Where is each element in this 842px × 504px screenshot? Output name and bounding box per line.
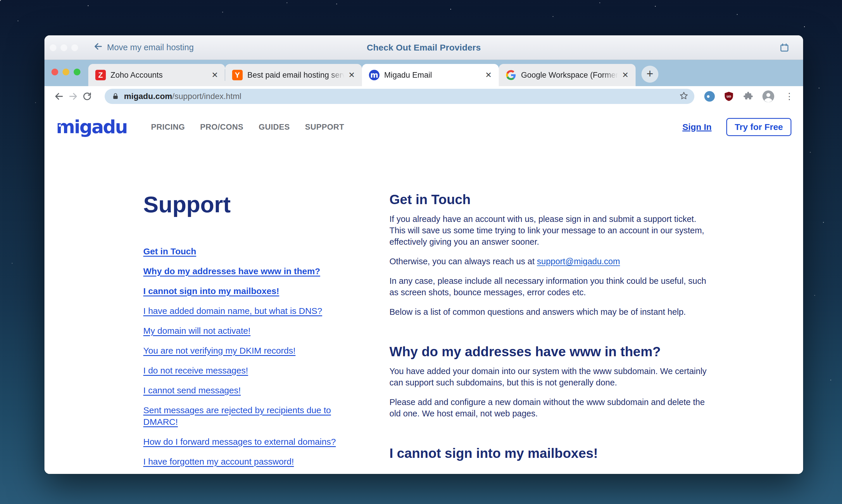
sign-in-link[interactable]: Sign In bbox=[682, 122, 711, 132]
support-email-link[interactable]: support@migadu.com bbox=[537, 257, 620, 266]
tab-title: Best paid email hosting service bbox=[247, 71, 346, 80]
svg-text:uo: uo bbox=[726, 94, 731, 98]
toc-list: Get in Touch Why do my addresses have ww… bbox=[143, 246, 351, 468]
tab-close-icon[interactable]: ✕ bbox=[346, 70, 357, 80]
url-text: migadu.com/support/index.html bbox=[124, 92, 241, 101]
site-nav: PRICING PRO/CONS GUIDES SUPPORT bbox=[151, 123, 344, 132]
toc-link-get-in-touch[interactable]: Get in Touch bbox=[143, 247, 196, 256]
url-host: migadu.com bbox=[124, 92, 172, 101]
ycombinator-favicon: Y bbox=[232, 70, 243, 80]
browser-toolbar: migadu.com/support/index.html uo ⋮ bbox=[45, 86, 803, 107]
zoho-favicon: Z bbox=[95, 70, 106, 80]
extensions-puzzle-icon[interactable] bbox=[743, 91, 753, 102]
browser-menu-icon[interactable]: ⋮ bbox=[783, 92, 795, 101]
zoom-window-button[interactable] bbox=[74, 69, 81, 75]
tab-title: Migadu Email bbox=[384, 71, 483, 80]
extension-icon[interactable] bbox=[704, 91, 715, 102]
tab-close-icon[interactable]: ✕ bbox=[210, 70, 220, 80]
back-arrow-icon bbox=[93, 42, 103, 53]
address-bar[interactable]: migadu.com/support/index.html bbox=[105, 89, 694, 104]
logo-eye-dot bbox=[59, 124, 61, 127]
faq-column: Get in Touch If you already have an acco… bbox=[390, 191, 714, 474]
nav-support[interactable]: SUPPORT bbox=[305, 123, 344, 132]
tab-close-icon[interactable]: ✕ bbox=[483, 70, 494, 80]
task-overlay-bar: Move my email hosting Check Out Email Pr… bbox=[45, 35, 803, 60]
task-title: Check Out Email Providers bbox=[367, 43, 481, 53]
ublock-shield-icon[interactable]: uo bbox=[723, 91, 734, 102]
section-cannot-sign-in: I cannot sign into my mailboxes! bbox=[390, 445, 714, 461]
support-page: Support Get in Touch Why do my addresses… bbox=[45, 191, 803, 474]
toc-link-forward-external[interactable]: How do I forward messages to external do… bbox=[143, 437, 336, 447]
minimize-window-button[interactable] bbox=[63, 69, 69, 75]
browser-window: Move my email hosting Check Out Email Pr… bbox=[45, 35, 803, 474]
section-get-in-touch: Get in Touch If you already have an acco… bbox=[390, 191, 714, 318]
bookmark-star-icon[interactable] bbox=[679, 91, 688, 102]
toc-link-what-is-dns[interactable]: I have added domain name, but what is DN… bbox=[143, 306, 322, 316]
url-path: /support/index.html bbox=[172, 92, 241, 101]
task-back-label: Move my email hosting bbox=[107, 43, 194, 52]
tab-google-workspace[interactable]: Google Workspace (Formerly G ✕ bbox=[499, 64, 636, 86]
toc-link-cannot-send[interactable]: I cannot send messages! bbox=[143, 385, 241, 395]
toc-link-www-addresses[interactable]: Why do my addresses have www in them? bbox=[143, 266, 320, 276]
section-heading: Why do my addresses have www in them? bbox=[390, 343, 714, 360]
paragraph: Below is a list of common questions and … bbox=[390, 306, 714, 318]
extension-area: uo ⋮ bbox=[704, 90, 795, 103]
paragraph: You have added your domain into our syst… bbox=[390, 365, 714, 389]
tab-migadu-email[interactable]: m Migadu Email ✕ bbox=[362, 64, 499, 86]
profile-avatar-icon[interactable] bbox=[762, 90, 775, 103]
nav-guides[interactable]: GUIDES bbox=[259, 123, 290, 132]
tab-title: Zoho Accounts bbox=[110, 71, 210, 80]
toc-link-dmarc-rejected[interactable]: Sent messages are rejected by recipients… bbox=[143, 405, 331, 427]
calendar-icon[interactable] bbox=[779, 42, 790, 54]
site-header: migadu PRICING PRO/CONS GUIDES SUPPORT S… bbox=[45, 107, 803, 147]
tab-strip: Z Zoho Accounts ✕ Y Best paid email host… bbox=[45, 60, 803, 86]
reload-icon[interactable] bbox=[80, 89, 94, 103]
ghost-window-dots bbox=[50, 44, 78, 51]
tab-title: Google Workspace (Formerly G bbox=[521, 71, 620, 80]
toc-link-cannot-sign-in[interactable]: I cannot sign into my mailboxes! bbox=[143, 286, 279, 296]
forward-icon[interactable] bbox=[66, 89, 80, 103]
nav-pricing[interactable]: PRICING bbox=[151, 123, 185, 132]
toc-link-forgot-password[interactable]: I have forgotten my account password! bbox=[143, 457, 294, 466]
paragraph: In any case, please include all necessar… bbox=[390, 275, 714, 298]
toc-link-domain-not-activate[interactable]: My domain will not activate! bbox=[143, 326, 251, 336]
google-favicon bbox=[506, 70, 516, 80]
header-actions: Sign In Try for Free bbox=[682, 118, 791, 136]
tab-best-paid-email[interactable]: Y Best paid email hosting service ✕ bbox=[225, 64, 362, 86]
tab-zoho-accounts[interactable]: Z Zoho Accounts ✕ bbox=[88, 64, 225, 86]
nav-procons[interactable]: PRO/CONS bbox=[200, 123, 243, 132]
try-for-free-button[interactable]: Try for Free bbox=[726, 118, 791, 136]
task-back-button[interactable]: Move my email hosting bbox=[93, 42, 194, 53]
paragraph: Otherwise, you can always reach us at su… bbox=[390, 256, 714, 267]
back-icon[interactable] bbox=[52, 89, 66, 103]
paragraph: If you already have an account with us, … bbox=[390, 214, 714, 248]
section-www-addresses: Why do my addresses have www in them? Yo… bbox=[390, 343, 714, 419]
close-window-button[interactable] bbox=[51, 69, 58, 75]
section-heading: I cannot sign into my mailboxes! bbox=[390, 445, 714, 461]
migadu-favicon: m bbox=[369, 70, 379, 80]
toc-column: Support Get in Touch Why do my addresses… bbox=[143, 191, 351, 474]
migadu-logo[interactable]: migadu bbox=[56, 118, 127, 136]
toc-link-not-receive[interactable]: I do not receive messages! bbox=[143, 365, 248, 375]
paragraph: Please add and configure a new domain wi… bbox=[390, 397, 714, 419]
desktop-stars bbox=[0, 0, 1, 1]
toc-link-dkim-records[interactable]: You are not verifying my DKIM records! bbox=[143, 346, 296, 355]
page-content: migadu PRICING PRO/CONS GUIDES SUPPORT S… bbox=[45, 107, 803, 474]
tab-close-icon[interactable]: ✕ bbox=[620, 70, 630, 80]
page-title: Support bbox=[143, 191, 351, 218]
new-tab-button[interactable]: + bbox=[641, 66, 658, 83]
section-heading: Get in Touch bbox=[390, 191, 714, 208]
traffic-lights bbox=[51, 69, 81, 75]
lock-icon[interactable] bbox=[112, 93, 119, 100]
